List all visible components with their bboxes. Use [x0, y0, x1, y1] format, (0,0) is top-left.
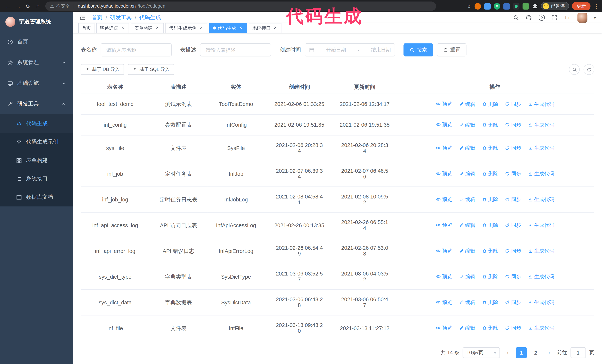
fullscreen-icon[interactable]	[551, 15, 557, 21]
address-bar[interactable]: ⚠ 不安全 dashboard.yudao.iocoder.cn /tool/c…	[45, 1, 436, 11]
edit-link[interactable]: 编辑	[459, 145, 475, 151]
generate-code-link[interactable]: 生成代码	[528, 248, 554, 254]
edit-link[interactable]: 编辑	[459, 101, 475, 107]
chevron-down-icon[interactable]: ▾	[594, 16, 596, 20]
table-desc-input[interactable]	[205, 47, 266, 53]
close-icon[interactable]: ×	[273, 25, 278, 31]
delete-link[interactable]: 删除	[482, 222, 498, 228]
sidebar-item-api[interactable]: 系统接口	[0, 170, 73, 188]
sync-link[interactable]: 同步	[505, 101, 521, 107]
extension-icon-blue[interactable]	[484, 3, 491, 10]
generate-code-link[interactable]: 生成代码	[528, 274, 554, 279]
browser-back-button[interactable]: ←	[3, 1, 13, 11]
prev-page-button[interactable]: ‹	[503, 347, 513, 358]
help-icon[interactable]: ?	[539, 15, 545, 21]
page-size-select[interactable]: 10条/页 ▾	[463, 347, 500, 358]
preview-link[interactable]: 预览	[436, 196, 452, 202]
edit-link[interactable]: 编辑	[459, 299, 475, 305]
generate-code-link[interactable]: 生成代码	[528, 325, 554, 331]
extension-icon-terminal[interactable]	[513, 3, 519, 10]
edit-link[interactable]: 编辑	[459, 122, 475, 128]
preview-link[interactable]: 预览	[436, 122, 452, 127]
sidebar-collapse-icon[interactable]	[79, 14, 86, 21]
page-button-2[interactable]: 2	[530, 347, 541, 358]
import-db-button[interactable]: 基于 DB 导入	[81, 64, 124, 75]
generate-code-link[interactable]: 生成代码	[528, 145, 554, 151]
tag[interactable]: 表单构建 ×	[131, 23, 163, 33]
delete-link[interactable]: 删除	[482, 325, 498, 331]
delete-link[interactable]: 删除	[482, 145, 498, 151]
toggle-search-button[interactable]	[569, 64, 580, 75]
tag[interactable]: 链路追踪 ×	[96, 23, 129, 33]
sync-link[interactable]: 同步	[505, 274, 521, 279]
sync-link[interactable]: 同步	[505, 145, 521, 151]
sync-link[interactable]: 同步	[505, 171, 521, 177]
sync-link[interactable]: 同步	[505, 299, 521, 305]
generate-code-link[interactable]: 生成代码	[528, 171, 554, 177]
tag[interactable]: 系统接口 ×	[249, 23, 281, 33]
profile-paused-chip[interactable]: 已暂停	[541, 2, 569, 10]
sidebar-item-db-doc[interactable]: 数据库文档	[0, 188, 73, 207]
preview-link[interactable]: 预览	[436, 101, 452, 107]
preview-link[interactable]: 预览	[436, 248, 452, 253]
search-button[interactable]: 搜索	[403, 43, 433, 56]
preview-link[interactable]: 预览	[436, 299, 452, 305]
close-icon[interactable]: ×	[199, 25, 204, 31]
generate-code-link[interactable]: 生成代码	[528, 197, 554, 202]
extensions-puzzle-icon[interactable]	[532, 3, 538, 9]
sidebar-item-codegen[interactable]: 代码生成	[0, 114, 73, 133]
browser-forward-button[interactable]: →	[13, 1, 23, 11]
date-range-picker[interactable]: 开始日期 - 结束日期	[305, 43, 395, 56]
delete-link[interactable]: 删除	[482, 299, 498, 305]
next-page-button[interactable]: ›	[544, 347, 554, 358]
delete-link[interactable]: 删除	[482, 122, 498, 128]
sync-link[interactable]: 同步	[505, 222, 521, 228]
refresh-button[interactable]	[584, 64, 594, 75]
breadcrumb-home[interactable]: 首页	[92, 14, 102, 21]
tag[interactable]: 代码生成示例 ×	[165, 23, 207, 33]
sidebar-item-infrastructure[interactable]: 基础设施	[0, 73, 73, 94]
edit-link[interactable]: 编辑	[459, 274, 475, 279]
close-icon[interactable]: ×	[155, 25, 160, 31]
close-icon[interactable]: ×	[120, 25, 126, 31]
sync-link[interactable]: 同步	[505, 197, 521, 202]
delete-link[interactable]: 删除	[482, 101, 498, 107]
reset-button[interactable]: 重置	[437, 43, 467, 56]
extension-icon-leaf[interactable]	[523, 3, 529, 10]
sidebar-item-codegen-demo[interactable]: 代码生成示例	[0, 133, 73, 151]
browser-home-button[interactable]: ⌂	[33, 1, 43, 11]
browser-update-button[interactable]: 更新	[572, 2, 590, 10]
browser-reload-button[interactable]: ⟳	[23, 1, 33, 11]
breadcrumb-devtools[interactable]: 研发工具	[110, 14, 132, 21]
bookmark-star-icon[interactable]: ☆	[467, 3, 472, 9]
delete-link[interactable]: 删除	[482, 171, 498, 177]
edit-link[interactable]: 编辑	[459, 222, 475, 228]
generate-code-link[interactable]: 生成代码	[528, 299, 554, 305]
github-icon[interactable]	[526, 14, 532, 21]
sync-link[interactable]: 同步	[505, 248, 521, 254]
delete-link[interactable]: 删除	[482, 248, 498, 254]
extension-icon-people[interactable]	[503, 3, 510, 10]
delete-link[interactable]: 删除	[482, 197, 498, 202]
sidebar-item-home[interactable]: 首页	[0, 31, 73, 52]
delete-link[interactable]: 删除	[482, 274, 498, 279]
browser-menu-icon[interactable]: ⋮	[593, 3, 599, 9]
preview-link[interactable]: 预览	[436, 325, 452, 331]
table-name-input[interactable]	[106, 47, 167, 53]
goto-page-input[interactable]	[570, 347, 586, 358]
font-size-icon[interactable]: TT	[564, 15, 571, 21]
edit-link[interactable]: 编辑	[459, 171, 475, 177]
import-sql-button[interactable]: 基于 SQL 导入	[128, 64, 174, 75]
sidebar-item-system[interactable]: 系统管理	[0, 52, 73, 73]
sync-link[interactable]: 同步	[505, 122, 521, 128]
generate-code-link[interactable]: 生成代码	[528, 222, 554, 228]
preview-link[interactable]: 预览	[436, 170, 452, 176]
sidebar-logo[interactable]: 芋道管理系统	[0, 12, 73, 31]
user-avatar[interactable]	[577, 13, 587, 23]
edit-link[interactable]: 编辑	[459, 197, 475, 202]
preview-link[interactable]: 预览	[436, 222, 452, 228]
search-icon[interactable]	[513, 15, 519, 21]
sync-link[interactable]: 同步	[505, 325, 521, 331]
close-icon[interactable]: ×	[238, 25, 243, 31]
tag[interactable]: 代码生成 ×	[209, 23, 247, 33]
